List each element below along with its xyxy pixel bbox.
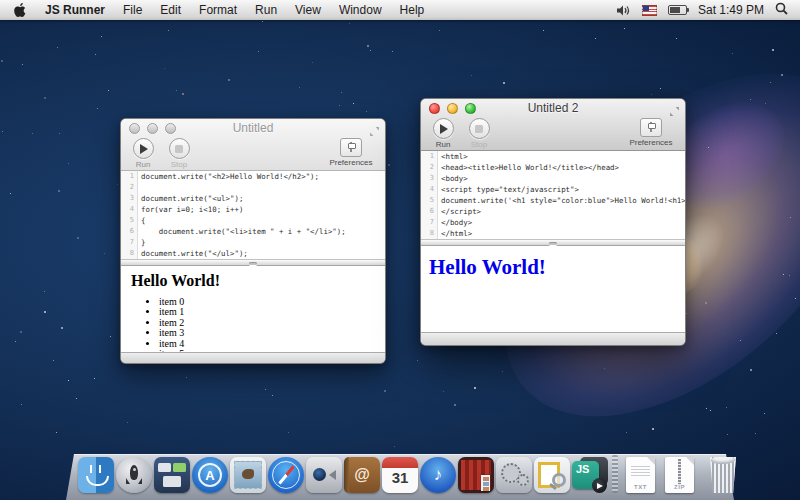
list-item: item 0 [159,297,385,307]
safari-icon[interactable] [268,457,304,493]
code-line: document.write("<ul>"); [138,193,243,204]
volume-icon[interactable] [617,5,631,16]
line-number: 4 [421,184,438,195]
play-icon [140,144,148,154]
menu-view[interactable]: View [286,3,330,17]
crumpled-paper-icon [711,456,735,464]
line-number: 5 [121,215,138,226]
js-runner-icon[interactable]: JS [572,457,608,493]
calendar-day: 31 [382,469,418,486]
list-item: item 4 [159,339,385,349]
photo-strip-icon [481,475,490,491]
zip-label: ZIP [665,484,694,490]
mail-icon[interactable] [230,457,266,493]
menu-bar: JS Runner File Edit Format Run View Wind… [0,0,800,20]
app-store-icon[interactable]: A [192,457,228,493]
dock-divider [612,455,618,493]
stop-button[interactable]: Stop [165,138,193,169]
fullscreen-icon[interactable] [369,123,380,134]
spotlight-icon[interactable] [775,2,788,18]
zoom-button[interactable] [165,123,176,134]
preferences-button[interactable]: Preferences [325,138,377,167]
splitter-dimple [549,242,557,245]
minimize-button[interactable] [447,103,458,114]
stop-button[interactable]: Stop [465,118,493,149]
ical-icon[interactable]: 31 [382,457,418,493]
line-number: 1 [421,151,438,162]
itunes-icon[interactable]: ♪ [420,457,456,493]
play-badge-icon [592,478,607,493]
minimize-button[interactable] [147,123,158,134]
output-list: item 0 item 1 item 2 item 3 item 4 item … [159,297,385,352]
trash-icon[interactable] [706,457,740,493]
line-number: 8 [121,248,138,259]
preferences-button[interactable]: Preferences [625,118,677,147]
line-number: 8 [421,228,438,239]
line-number: 1 [121,171,138,182]
code-line: document.write("<h2>Hello World!</h2>"); [138,171,319,182]
menu-file[interactable]: File [114,3,151,17]
play-icon [440,124,448,134]
code-line: } [138,237,145,248]
system-preferences-icon[interactable] [496,457,532,493]
mission-control-icon[interactable] [154,457,190,493]
run-button[interactable]: Run [129,138,157,169]
line-number: 6 [121,226,138,237]
input-source-flag-icon[interactable] [642,5,657,16]
menu-window[interactable]: Window [330,3,391,17]
menu-help[interactable]: Help [391,3,434,17]
code-line: document.write("</ul>"); [138,248,248,259]
code-line: <head><title>Hello World!</title></head> [438,162,619,173]
menu-run[interactable]: Run [246,3,286,17]
apple-menu[interactable] [0,3,36,17]
menu-format[interactable]: Format [190,3,246,17]
splitter-handle[interactable] [121,259,385,266]
run-button[interactable]: Run [429,118,457,149]
code-line: </script> [438,206,481,217]
menu-bar-clock[interactable]: Sat 1:49 PM [698,3,764,17]
address-book-icon[interactable]: @ [344,457,380,493]
line-number: 7 [421,217,438,228]
finder-icon[interactable] [78,457,114,493]
menu-app-name[interactable]: JS Runner [36,3,114,17]
txt-document-icon[interactable]: TXT [626,457,655,493]
stop-icon [175,145,183,153]
close-button[interactable] [129,123,140,134]
preview-icon[interactable] [534,457,570,493]
code-line: { [138,215,145,226]
code-line: <html> [438,151,468,162]
toolbar: Run Stop Preferences [421,117,685,150]
menu-edit[interactable]: Edit [151,3,190,17]
zip-archive-icon[interactable]: ZIP [665,457,694,493]
line-number: 5 [421,195,438,206]
line-number: 3 [421,173,438,184]
preferences-switch-icon [340,138,362,157]
at-glyph: @ [354,466,370,484]
zoom-button[interactable] [465,103,476,114]
code-line: <script type="text/javascript"> [438,184,579,195]
list-item: item 1 [159,307,385,317]
window1-output-heading: Hello World! [131,272,385,290]
status-bar [421,332,685,345]
code-editor[interactable]: 1<html> 2<head><title>Hello World!</titl… [421,151,685,239]
code-line [138,182,141,193]
splitter-handle[interactable] [421,239,685,246]
list-item: item 2 [159,318,385,328]
facetime-icon[interactable] [306,457,342,493]
battery-icon[interactable] [668,5,687,15]
fullscreen-icon[interactable] [669,103,680,114]
preferences-switch-icon [640,118,662,137]
camera-lens-icon [313,468,326,481]
code-line: for(var i=0; i<10; i++) [138,204,243,215]
apple-logo-icon [14,3,26,17]
photo-booth-icon[interactable] [458,457,494,493]
window-untitled: Untitled Run Stop Preferences 1document.… [120,118,386,364]
code-editor[interactable]: 1document.write("<h2>Hello World!</h2>")… [121,171,385,259]
splitter-dimple [249,262,257,265]
title-bar[interactable]: Untitled 2 [421,99,685,117]
title-bar[interactable]: Untitled [121,119,385,137]
close-button[interactable] [429,103,440,114]
output-pane: Hello World! [421,246,685,332]
zipper-icon [678,459,681,485]
launchpad-icon[interactable] [116,457,152,493]
